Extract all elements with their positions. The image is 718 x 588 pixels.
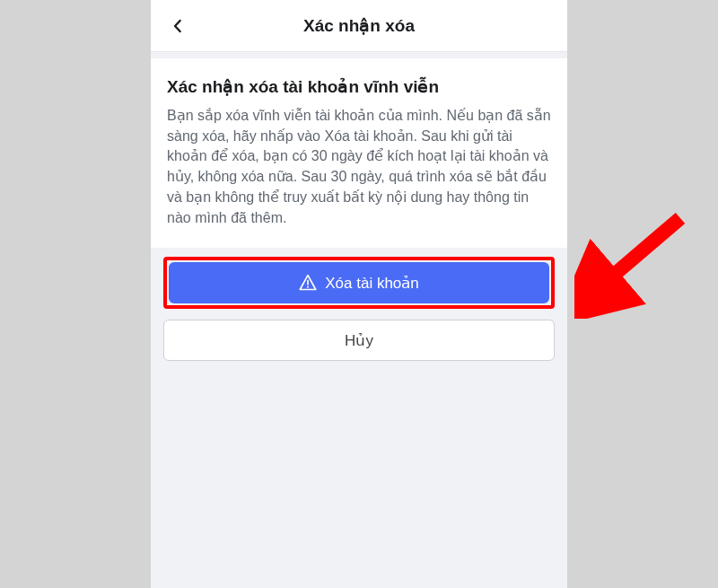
svg-line-2	[594, 218, 680, 292]
card-body-text: Bạn sắp xóa vĩnh viễn tài khoản của mình…	[167, 106, 551, 228]
svg-point-1	[307, 286, 309, 288]
card-title: Xác nhận xóa tài khoản vĩnh viễn	[167, 76, 551, 97]
delete-account-button[interactable]: Xóa tài khoản	[169, 262, 549, 303]
cancel-button-label: Hủy	[345, 331, 373, 350]
annotation-arrow-icon	[574, 211, 700, 319]
confirmation-card: Xác nhận xóa tài khoản vĩnh viễn Bạn sắp…	[151, 58, 567, 248]
back-button[interactable]	[162, 10, 194, 42]
chevron-left-icon	[170, 18, 186, 34]
button-area: Xóa tài khoản Hủy	[151, 248, 567, 361]
page-title: Xác nhận xóa	[151, 15, 567, 36]
header-bar: Xác nhận xóa	[151, 0, 567, 52]
phone-screen: Xác nhận xóa Xác nhận xóa tài khoản vĩnh…	[151, 0, 567, 588]
warning-icon	[299, 274, 317, 292]
delete-button-label: Xóa tài khoản	[325, 274, 419, 293]
highlight-border: Xóa tài khoản	[163, 257, 555, 309]
cancel-button[interactable]: Hủy	[163, 320, 555, 361]
